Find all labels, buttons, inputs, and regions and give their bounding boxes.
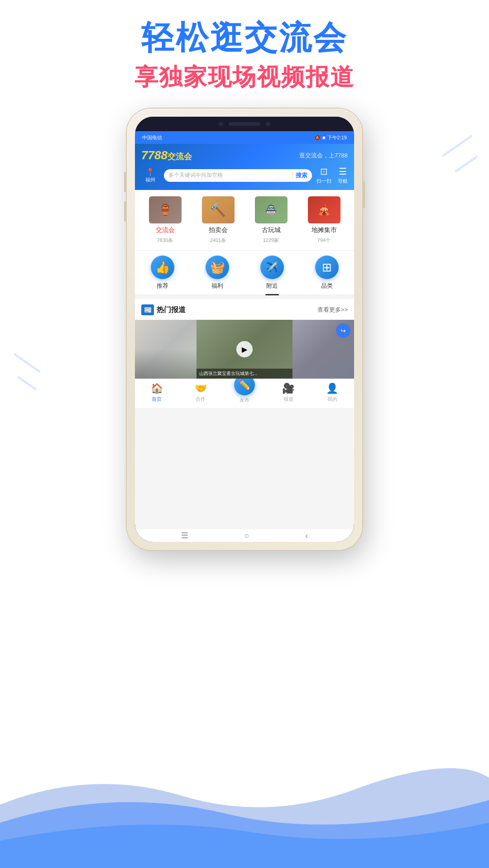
cat-img-guwancheng: 🏯	[255, 196, 288, 223]
sub-title: 享独家现场视频报道	[0, 62, 489, 93]
cat-name-guwancheng: 古玩城	[262, 226, 281, 234]
bottom-nav-report[interactable]: 🎥 报道	[266, 383, 310, 403]
nav-tabs: 👍 推荐 🧺 福利 ✈️ 附近 ⊞ 品类	[135, 251, 354, 295]
cat-img-paimaihu: 🔨	[202, 196, 235, 223]
search-placeholder-text: 多个关键词中间加空格	[168, 171, 290, 179]
location-label: 福州	[145, 176, 155, 183]
phone-screen-wrapper: 中国电信 🔕 ■ 下午2:19 7788交流会 逛交流会，上7788	[135, 117, 354, 542]
tab-nearby[interactable]: ✈️ 附近	[244, 256, 299, 294]
tab-label-recommend: 推荐	[157, 282, 168, 290]
app-header: 7788交流会 逛交流会，上7788 📍 福州 多个关键词中间加空格 搜索	[135, 144, 354, 190]
cat-count-paimaihu: 2401条	[210, 237, 226, 244]
news-item-3[interactable]: ↪	[292, 320, 354, 379]
categories-row: 🏺 交流会 7830条 🔨 拍卖会 2401条 🏯	[135, 190, 354, 250]
bottom-nav-publish[interactable]: ✏️ 发布	[223, 383, 267, 403]
play-button[interactable]: ▶	[236, 341, 253, 357]
home-label: 首页	[152, 396, 162, 403]
logo-number: 7788	[141, 148, 168, 162]
phone-home-indicator: ☰ ○ ‹	[135, 529, 354, 542]
tab-icon-nearby: ✈️	[260, 256, 284, 279]
phone-outer-shell: 中国电信 🔕 ■ 下午2:19 7788交流会 逛交流会，上7788	[127, 109, 362, 550]
phone-top-bar	[135, 117, 354, 131]
top-text-area: 轻松逛交流会 享独家现场视频报道	[0, 18, 489, 93]
report-label: 报道	[283, 396, 293, 403]
cooperation-icon: 🤝	[195, 383, 207, 394]
bottom-nav: 🏠 首页 🤝 合作 ✏️ 发布 🎥 报道	[135, 379, 354, 408]
phone-screen: 中国电信 🔕 ■ 下午2:19 7788交流会 逛交流会，上7788	[135, 131, 354, 529]
cat-count-ditanji: 794个	[317, 237, 331, 244]
tab-label-welfare: 福利	[211, 282, 223, 290]
category-paimaihu[interactable]: 🔨 拍卖会 2401条	[192, 196, 244, 244]
cat-name-jiaoliuhui: 交流会	[156, 226, 175, 234]
cat-name-ditanji: 地摊集市	[312, 226, 337, 234]
cat-img-ditanji-bg: 🎪	[308, 196, 340, 223]
category-jiaoliuhui[interactable]: 🏺 交流会 7830条	[139, 196, 191, 244]
category-guwancheng[interactable]: 🏯 古玩城 1229家	[245, 196, 297, 244]
tab-recommend[interactable]: 👍 推荐	[135, 256, 190, 294]
tab-icon-category: ⊞	[315, 256, 339, 279]
cat-img-ditanji: 🎪	[308, 196, 340, 223]
header-slogan: 逛交流会，上7788	[299, 152, 348, 160]
news-images-row: ▶ 山西张兰聚宝斋古玩城第七... ↪	[135, 320, 354, 379]
nav-action[interactable]: ☰ 导航	[338, 166, 348, 185]
home-icon: 🏠	[151, 383, 163, 394]
menu-icon: ☰	[339, 166, 347, 177]
nav-dot-home: ○	[244, 531, 249, 541]
scan-icon: ⊡	[320, 166, 328, 177]
bottom-nav-me[interactable]: 👤 我的	[310, 383, 354, 403]
search-bar[interactable]: 多个关键词中间加空格 搜索	[164, 169, 312, 182]
bell-icon: 🔕	[314, 135, 321, 141]
category-ditanji[interactable]: 🎪 地摊集市 794个	[298, 196, 350, 244]
cooperation-label: 合作	[196, 396, 206, 403]
cat-img-paimaihu-bg: 🔨	[202, 196, 235, 223]
hot-news-title: 热门报道	[157, 305, 186, 315]
battery-icon: ■	[322, 135, 326, 140]
status-bar: 中国电信 🔕 ■ 下午2:19	[135, 131, 354, 144]
header-actions: ⊡ 扫一扫 ☰ 导航	[316, 166, 348, 185]
tab-icon-welfare: 🧺	[206, 256, 229, 279]
tab-label-nearby: 附近	[266, 282, 278, 290]
news-icon: 📰	[141, 304, 154, 315]
tab-welfare[interactable]: 🧺 福利	[190, 256, 244, 294]
publish-label: 发布	[240, 397, 249, 403]
cat-img-jiaoliuhui-bg: 🏺	[149, 196, 182, 223]
logo-text: 交流会	[168, 152, 192, 161]
me-label: 我的	[327, 396, 337, 403]
cat-img-jiaoliuhui: 🏺	[149, 196, 182, 223]
cat-count-guwancheng: 1229家	[263, 237, 279, 244]
header-top-row: 7788交流会 逛交流会，上7788	[141, 148, 348, 162]
scan-action[interactable]: ⊡ 扫一扫	[316, 166, 331, 185]
share-button[interactable]: ↪	[336, 323, 350, 338]
search-button[interactable]: 搜索	[296, 171, 307, 180]
news-caption: 山西张兰聚宝斋古玩城第七...	[197, 369, 293, 379]
tab-icon-recommend: 👍	[151, 256, 174, 279]
news-item-2[interactable]: ▶ 山西张兰聚宝斋古玩城第七...	[197, 320, 293, 379]
location-icon: 📍	[146, 168, 155, 176]
location-area[interactable]: 📍 福州	[141, 168, 159, 183]
tab-category[interactable]: ⊞ 品类	[299, 256, 354, 294]
main-title: 轻松逛交流会	[0, 18, 489, 57]
news-item-1[interactable]	[135, 320, 197, 379]
tab-label-category: 品类	[321, 282, 333, 290]
app-logo: 7788交流会	[141, 148, 192, 162]
search-divider	[292, 172, 293, 179]
speaker-grill	[229, 122, 260, 126]
phone-mockup: 中国电信 🔕 ■ 下午2:19 7788交流会 逛交流会，上7788	[127, 109, 362, 550]
camera-dot	[219, 122, 223, 126]
carrier-label: 中国电信	[142, 134, 162, 141]
nav-dot-menu: ☰	[181, 531, 188, 541]
report-icon: 🎥	[282, 383, 294, 394]
bottom-nav-cooperation[interactable]: 🤝 合作	[179, 383, 223, 403]
nav-label: 导航	[338, 178, 348, 185]
hot-news-title-area: 📰 热门报道	[141, 304, 186, 315]
scan-label: 扫一扫	[316, 178, 331, 185]
nav-dot-back: ‹	[305, 531, 308, 541]
hot-news-header: 📰 热门报道 查看更多>>	[135, 299, 354, 320]
me-icon: 👤	[326, 383, 338, 394]
more-link[interactable]: 查看更多>>	[317, 306, 348, 314]
camera-dot-2	[266, 122, 270, 126]
cat-img-guwancheng-bg: 🏯	[255, 196, 288, 223]
time-label: 下午2:19	[327, 134, 347, 141]
news-img-1	[135, 320, 197, 379]
bottom-nav-home[interactable]: 🏠 首页	[135, 383, 179, 403]
